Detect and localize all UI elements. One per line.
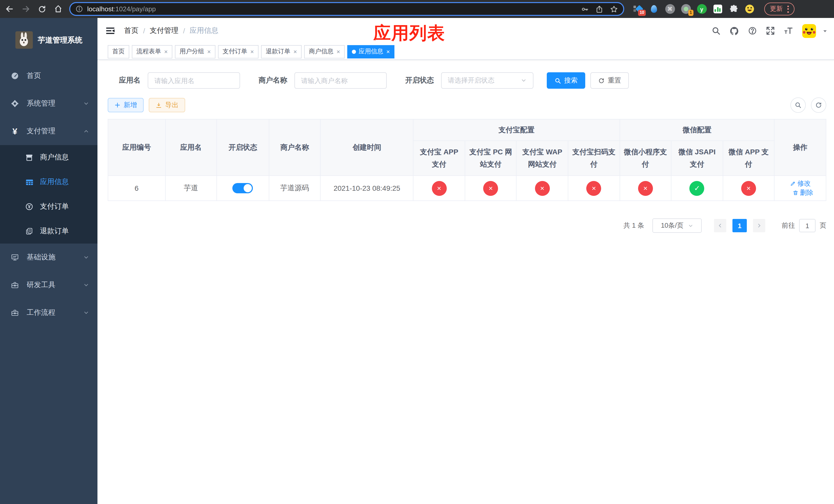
- extensions-puzzle-icon[interactable]: [728, 4, 739, 14]
- merchant-name-input[interactable]: [294, 72, 387, 89]
- payment-submenu: 商户信息 应用信息 支付订单 退款订单: [0, 145, 97, 244]
- header-search-icon[interactable]: [711, 26, 721, 36]
- chevron-down-icon: [687, 223, 693, 228]
- sidebar-item-payment[interactable]: ¥ 支付管理: [0, 117, 97, 145]
- reset-button[interactable]: 重置: [590, 72, 629, 89]
- export-button[interactable]: 导出: [149, 98, 185, 112]
- reload-icon[interactable]: [38, 5, 46, 13]
- close-icon[interactable]: ×: [293, 48, 297, 54]
- user-avatar[interactable]: [802, 24, 816, 38]
- tab-pay-orders[interactable]: 支付订单×: [218, 45, 259, 58]
- sidebar-collapse-icon[interactable]: [105, 26, 115, 36]
- store-icon: [25, 153, 34, 161]
- col-header-wechat-app: 微信 APP 支付: [723, 141, 774, 176]
- sidebar-item-merchant-info[interactable]: 商户信息: [0, 145, 97, 170]
- avatar-caret-down-icon[interactable]: [822, 28, 828, 33]
- sidebar-item-dev-tools[interactable]: 研发工具: [0, 271, 97, 299]
- sidebar-item-system[interactable]: 系统管理: [0, 90, 97, 117]
- app-title: 芋道管理系统: [38, 35, 82, 45]
- sidebar-item-refund-orders[interactable]: 退款订单: [0, 219, 97, 244]
- close-icon[interactable]: ×: [164, 48, 168, 54]
- total-count: 共 1 条: [623, 221, 644, 230]
- profile-emoji-icon[interactable]: [744, 4, 754, 14]
- col-header-created: 创建时间: [321, 119, 413, 176]
- screen: localhost:1024/pay/app 10 ⌘ 1 y 更新: [0, 0, 834, 504]
- fullscreen-icon[interactable]: [766, 26, 775, 36]
- breadcrumb-separator: /: [143, 27, 145, 35]
- chevron-down-icon: [83, 282, 89, 288]
- header-actions: [711, 24, 828, 38]
- search-button[interactable]: 搜索: [547, 72, 585, 89]
- enabled-toggle[interactable]: [233, 183, 253, 193]
- page-number-1[interactable]: 1: [732, 219, 747, 232]
- chevron-down-icon: [83, 310, 89, 316]
- breadcrumb-separator: /: [183, 27, 185, 35]
- sidebar-item-pay-orders[interactable]: 支付订单: [0, 194, 97, 219]
- font-size-icon[interactable]: [784, 26, 793, 36]
- tab-merchant-info[interactable]: 商户信息×: [304, 45, 345, 58]
- back-icon[interactable]: [5, 5, 14, 13]
- site-info-icon[interactable]: [75, 5, 83, 13]
- col-header-alipay-pc: 支付宝 PC 网站支付: [465, 141, 517, 176]
- cell-created: 2021-10-23 08:49:25: [321, 176, 413, 201]
- sidebar-item-infrastructure[interactable]: 基础设施: [0, 244, 97, 271]
- app-name-input[interactable]: [148, 72, 240, 89]
- close-icon[interactable]: ×: [386, 48, 390, 54]
- update-button[interactable]: 更新: [764, 3, 794, 15]
- breadcrumb-payment[interactable]: 支付管理: [150, 26, 178, 36]
- add-button[interactable]: 新增: [108, 98, 144, 112]
- forward-icon[interactable]: [22, 5, 30, 13]
- sidebar-item-workflow[interactable]: 工作流程: [0, 299, 97, 327]
- extension-camera-icon[interactable]: 1: [681, 4, 691, 14]
- group-header-alipay: 支付宝配置: [413, 119, 620, 141]
- goto-page-input[interactable]: [799, 219, 815, 232]
- tab-refund-orders[interactable]: 退款订单×: [261, 45, 302, 58]
- next-page-button[interactable]: [753, 219, 765, 232]
- table-toolbar: 新增 导出: [108, 97, 826, 113]
- extension-grid-diamond-icon[interactable]: 10: [633, 4, 643, 14]
- close-icon[interactable]: ×: [250, 48, 254, 54]
- breadcrumb: 首页 / 支付管理 / 应用信息: [124, 26, 219, 36]
- tab-app-info[interactable]: 应用信息×: [347, 45, 394, 58]
- home-icon[interactable]: [54, 5, 63, 13]
- refresh-icon: [598, 77, 605, 84]
- col-header-wechat-mini: 微信小程序支付: [620, 141, 671, 176]
- alipay-qr-status-icon: ×: [587, 181, 601, 196]
- breadcrumb-home[interactable]: 首页: [124, 26, 138, 36]
- tab-process-form[interactable]: 流程表单×: [132, 45, 172, 58]
- tab-user-group[interactable]: 用户分组×: [175, 45, 215, 58]
- sidebar-item-label: 支付管理: [27, 127, 56, 136]
- extension-command-icon[interactable]: ⌘: [665, 4, 675, 14]
- refresh-table-button[interactable]: [811, 97, 826, 113]
- tab-home[interactable]: 首页: [108, 45, 129, 58]
- edit-link[interactable]: 修改: [790, 179, 811, 188]
- github-icon[interactable]: [729, 26, 739, 36]
- merchant-name-label: 商户名称: [259, 76, 287, 85]
- sidebar-item-app-info[interactable]: 应用信息: [0, 170, 97, 194]
- app-logo: [15, 31, 32, 49]
- share-icon[interactable]: [595, 5, 603, 13]
- toolbox-icon: [10, 281, 20, 289]
- close-icon[interactable]: ×: [336, 48, 340, 54]
- close-icon[interactable]: ×: [207, 48, 211, 54]
- sidebar-item-home[interactable]: 首页: [0, 62, 97, 90]
- delete-link[interactable]: 删除: [792, 188, 813, 198]
- page-content: 应用名 商户名称 开启状态 请选择开启状态 搜索 重置: [97, 60, 834, 504]
- extension-icons: 10 ⌘ 1 y: [633, 4, 754, 14]
- url-bar[interactable]: localhost:1024/pay/app: [69, 2, 624, 16]
- help-icon[interactable]: [748, 26, 757, 36]
- bookmark-star-icon[interactable]: [610, 5, 618, 13]
- page-size-select[interactable]: 10条/页: [653, 219, 702, 233]
- sidebar-logo-row: 芋道管理系统: [0, 18, 97, 62]
- extension-y-icon[interactable]: y: [697, 4, 707, 14]
- browser-menu-icon[interactable]: [787, 5, 789, 13]
- password-key-icon[interactable]: [580, 5, 589, 13]
- dashboard-icon: [10, 72, 20, 80]
- extension-chart-icon[interactable]: [712, 4, 723, 14]
- search-icon: [554, 77, 561, 84]
- extension-kite-icon[interactable]: [649, 4, 659, 14]
- status-select[interactable]: 请选择开启状态: [441, 72, 533, 89]
- plus-icon: [114, 102, 120, 108]
- prev-page-button[interactable]: [714, 219, 726, 232]
- toggle-search-button[interactable]: [790, 97, 806, 113]
